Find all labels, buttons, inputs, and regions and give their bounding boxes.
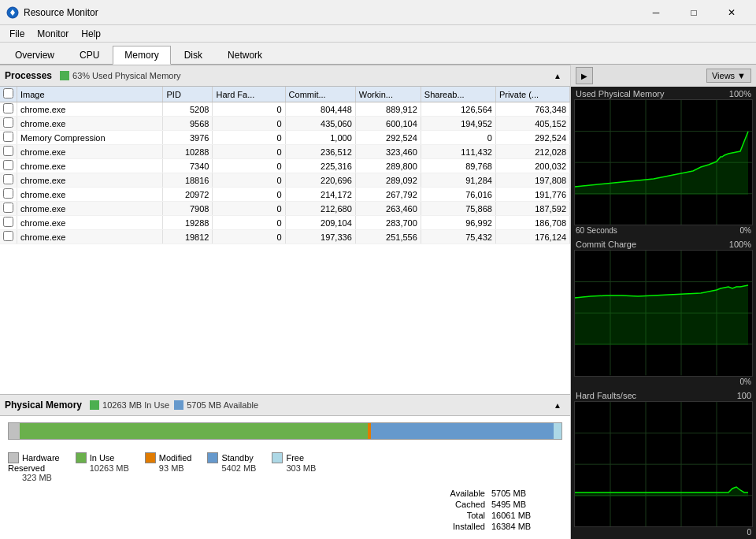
row-checkbox[interactable]	[0, 188, 17, 202]
col-shareable[interactable]: Shareab...	[421, 87, 495, 102]
chart3-title: Hard Faults/sec	[576, 391, 636, 400]
chart1-min: 0%	[740, 226, 751, 235]
tab-cpu[interactable]: CPU	[68, 46, 111, 64]
chart2-title: Commit Charge	[576, 240, 636, 249]
views-button[interactable]: Views ▼	[706, 69, 751, 83]
row-image: chrome.exe	[17, 159, 163, 173]
row-hardfault: 0	[213, 173, 285, 188]
processes-section-header[interactable]: Processes 63% Used Physical Memory ▲	[0, 65, 570, 87]
menu-help[interactable]: Help	[75, 27, 107, 41]
menu-file[interactable]: File	[3, 27, 31, 41]
row-working: 323,460	[355, 145, 421, 159]
stat-label-total: Total	[430, 511, 485, 520]
table-row[interactable]: chrome.exe 7908 0 212,680 263,460 75,868…	[0, 202, 570, 216]
legend-label-hardware: Hardware	[22, 453, 60, 463]
col-private[interactable]: Private (...	[495, 87, 569, 102]
close-button[interactable]: ✕	[713, 0, 750, 25]
col-commit[interactable]: Commit...	[285, 87, 355, 102]
tab-overview[interactable]: Overview	[3, 46, 66, 64]
legend-standby: Standby 5402 MB	[207, 452, 256, 482]
legend-inuse: In Use 10263 MB	[76, 452, 129, 482]
row-shareable: 111,432	[421, 145, 495, 159]
row-checkbox[interactable]	[0, 173, 17, 188]
row-checkbox[interactable]	[0, 131, 17, 145]
memory-bar-container	[0, 416, 570, 446]
chart2-min: 0%	[740, 377, 751, 386]
table-row[interactable]: chrome.exe 9568 0 435,060 600,104 194,95…	[0, 117, 570, 131]
physical-memory-collapse-btn[interactable]: ▲	[550, 397, 565, 413]
table-row[interactable]: chrome.exe 20972 0 214,172 267,792 76,01…	[0, 188, 570, 202]
col-working[interactable]: Workin...	[355, 87, 421, 102]
row-commit: 1,000	[285, 131, 355, 145]
chart3-label-row: Hard Faults/sec 100	[571, 388, 756, 401]
row-private: 191,776	[495, 188, 569, 202]
reserved-segment	[9, 423, 20, 439]
legend-label-reserved: Reserved	[8, 463, 45, 473]
row-commit: 236,512	[285, 145, 355, 159]
menu-monitor[interactable]: Monitor	[31, 27, 75, 41]
tab-disk[interactable]: Disk	[172, 46, 214, 64]
row-checkbox[interactable]	[0, 102, 17, 117]
table-row[interactable]: chrome.exe 19812 0 197,336 251,556 75,43…	[0, 230, 570, 244]
main-content: Processes 63% Used Physical Memory ▲ Ima…	[0, 65, 756, 539]
col-pid[interactable]: PID	[163, 87, 213, 102]
free-segment	[554, 423, 561, 439]
row-image: chrome.exe	[17, 216, 163, 230]
chart3-bottom-row: 0	[571, 527, 756, 539]
col-hardfault[interactable]: Hard Fa...	[213, 87, 285, 102]
minimize-button[interactable]: ─	[638, 0, 674, 25]
row-private: 212,028	[495, 145, 569, 159]
maximize-button[interactable]: □	[676, 0, 712, 25]
row-private: 200,032	[495, 159, 569, 173]
row-checkbox[interactable]	[0, 216, 17, 230]
row-checkbox[interactable]	[0, 117, 17, 131]
physical-memory-header[interactable]: Physical Memory 10263 MB In Use 5705 MB …	[0, 394, 570, 416]
row-checkbox[interactable]	[0, 202, 17, 216]
row-pid: 5208	[163, 102, 213, 117]
row-commit: 225,316	[285, 159, 355, 173]
col-checkbox[interactable]	[0, 87, 17, 102]
table-row[interactable]: chrome.exe 19288 0 209,104 283,700 96,99…	[0, 216, 570, 230]
legend-color-free	[272, 452, 283, 463]
row-working: 292,524	[355, 131, 421, 145]
row-shareable: 194,952	[421, 117, 495, 131]
row-checkbox[interactable]	[0, 145, 17, 159]
row-hardfault: 0	[213, 202, 285, 216]
expand-button[interactable]: ▶	[576, 67, 593, 84]
svg-marker-16	[575, 285, 748, 345]
row-working: 889,912	[355, 102, 421, 117]
row-private: 187,592	[495, 202, 569, 216]
row-checkbox[interactable]	[0, 230, 17, 244]
row-shareable: 91,284	[421, 173, 495, 188]
table-row[interactable]: chrome.exe 5208 0 804,448 889,912 126,56…	[0, 102, 570, 117]
standby-indicator	[174, 400, 183, 410]
right-panel: ▶ Views ▼ Used Physical Memory 100%	[571, 65, 756, 539]
physical-inuse-text: 10263 MB In Use	[102, 400, 169, 410]
table-row[interactable]: Memory Compression 3976 0 1,000 292,524 …	[0, 131, 570, 145]
chart1-bottom-row: 60 Seconds 0%	[571, 225, 756, 237]
tab-network[interactable]: Network	[216, 46, 274, 64]
row-image: chrome.exe	[17, 145, 163, 159]
tab-memory[interactable]: Memory	[113, 46, 170, 65]
row-checkbox[interactable]	[0, 159, 17, 173]
table-row[interactable]: chrome.exe 7340 0 225,316 289,800 89,768…	[0, 159, 570, 173]
row-hardfault: 0	[213, 159, 285, 173]
table-row[interactable]: chrome.exe 10288 0 236,512 323,460 111,4…	[0, 145, 570, 159]
process-table-container[interactable]: Image PID Hard Fa... Commit... Workin...…	[0, 87, 570, 394]
row-working: 283,700	[355, 216, 421, 230]
chart1-max: 100%	[729, 89, 751, 99]
stat-label-installed: Installed	[430, 522, 485, 531]
chart1-canvas	[574, 99, 753, 225]
table-row[interactable]: chrome.exe 18816 0 220,696 289,092 91,28…	[0, 173, 570, 188]
app-icon	[6, 6, 19, 19]
col-image[interactable]: Image	[17, 87, 163, 102]
stat-value-installed: 16384 MB	[491, 522, 554, 531]
row-image: chrome.exe	[17, 202, 163, 216]
processes-collapse-btn[interactable]: ▲	[550, 68, 565, 84]
row-shareable: 75,868	[421, 202, 495, 216]
memory-legend: Hardware Reserved 323 MB In Use 10263 MB	[0, 446, 570, 485]
row-pid: 3976	[163, 131, 213, 145]
select-all-checkbox[interactable]	[3, 88, 13, 99]
processes-title: Processes	[5, 70, 52, 81]
row-working: 263,460	[355, 202, 421, 216]
